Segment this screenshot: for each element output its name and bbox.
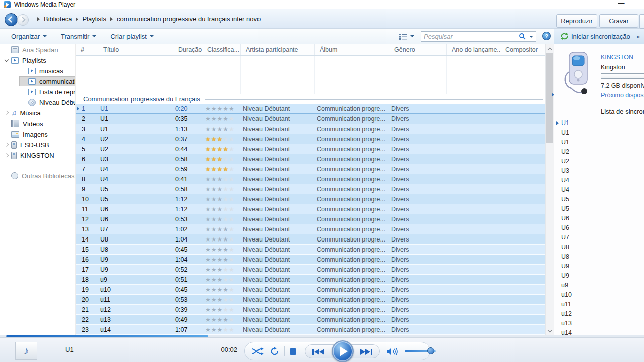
table-row[interactable]: 5U20:44★★★★★Niveau DébutantCommunication… [76,144,545,154]
sync-list-item[interactable]: U3 [554,166,644,176]
sync-list-item[interactable]: U9 [554,271,644,281]
column-header-t-tulo[interactable]: Título [98,44,173,55]
sync-list-item[interactable]: U6 [554,214,644,223]
tree-arrow-slot[interactable] [3,59,10,61]
vertical-scrollbar[interactable] [545,44,554,335]
tab-reproduzir[interactable]: Reproduzir [556,14,597,28]
menu-criar-playlist[interactable]: Criar playlist [103,30,161,42]
table-row[interactable]: 23u141:07★★★★★Niveau DébutantCommunicati… [76,325,545,335]
sync-list-item[interactable]: U2 [554,147,644,157]
device-name-link[interactable]: KINGSTON [601,54,633,61]
tree-arrow-slot[interactable] [3,111,10,114]
sync-list-item[interactable]: u11 [554,300,644,309]
sync-list-item[interactable]: u12 [554,309,644,319]
help-button[interactable]: ? [542,32,551,40]
table-row[interactable]: 2U10:35★★★★★Niveau DébutantCommunication… [76,114,545,124]
cell-rating[interactable]: ★★★★★ [202,174,241,184]
minimize-button[interactable]: — [613,0,629,8]
scrollbar-up-arrow[interactable] [546,44,554,53]
sidebar-item-imagens[interactable]: Imagens [0,129,75,139]
sync-list-item[interactable]: U1 [554,138,644,147]
sync-more-chevron[interactable]: » [636,33,640,40]
search-icon[interactable] [519,33,526,40]
cell-rating[interactable]: ★★★★★ [202,325,241,335]
column-header-classifica-[interactable]: Classifica... [202,44,241,55]
column-header-g-nero[interactable]: Gênero [389,44,447,55]
breadcrumb-item[interactable]: Biblioteca [44,15,72,23]
sidebar-item-playlists[interactable]: Playlists [0,55,75,65]
cell-rating[interactable]: ★★★★★ [202,224,241,234]
table-row[interactable]: 7U40:59★★★★★Niveau DébutantCommunication… [76,164,545,174]
volume-knob[interactable] [427,347,434,354]
cell-rating[interactable]: ★★★★★ [202,295,241,305]
table-row[interactable]: 12U60:53★★★★★Niveau DébutantCommunicatio… [76,214,545,224]
chevron-collapsed-icon[interactable] [5,143,9,147]
cell-rating[interactable]: ★★★★★ [202,164,241,174]
cell-rating[interactable]: ★★★★★ [202,285,241,295]
next-device-link[interactable]: Próximo disposit [601,92,644,99]
sidebar-item-outras-bibliotecas[interactable]: Outras Bibliotecas [0,171,75,181]
sidebar-item-lista-de-reprodu-[interactable]: Lista de reproduç [0,87,75,97]
sync-list-item[interactable]: U6 [554,223,644,233]
column-header-artista-participante[interactable]: Artista participante [241,44,315,55]
view-options-button[interactable] [399,31,414,41]
breadcrumb-item[interactable]: Playlists [82,15,106,23]
tree-arrow-slot[interactable] [3,143,10,146]
tree-arrow-slot[interactable] [3,154,10,157]
chevron-expanded-icon[interactable] [5,58,9,62]
cell-rating[interactable]: ★★★★★ [202,134,241,144]
menu-organizar[interactable]: Organizar [4,30,54,42]
table-row[interactable]: 4U20:37★★★★★Niveau DébutantCommunication… [76,134,545,144]
column-header-dura-o[interactable]: Duração [173,44,202,55]
sidebar-item-ana-spadari[interactable]: Ana Spadari [0,45,75,55]
forward-button[interactable] [17,14,29,26]
table-row[interactable]: 17U90:52★★★★★Niveau DébutantCommunicatio… [76,265,545,275]
sidebar-item-m-sica[interactable]: Música [0,108,75,118]
cell-rating[interactable]: ★★★★★ [202,124,241,134]
breadcrumb-item[interactable]: communication progressive du français in… [117,15,261,23]
cell-rating[interactable]: ★★★★★ [202,204,241,214]
cell-rating[interactable]: ★★★★★ [202,184,241,194]
table-row[interactable]: 21u120:39★★★★★Niveau DébutantCommunicati… [76,305,545,315]
table-row[interactable]: 19u100:45★★★★★Niveau DébutantCommunicati… [76,285,545,295]
sidebar-item-esd-usb[interactable]: ESD-USB [0,140,75,150]
sync-list-item[interactable]: U1 [554,128,644,138]
sync-list-item[interactable]: u14 [554,328,644,335]
column-header--[interactable]: # [76,44,98,55]
table-row[interactable]: 15U80:45★★★★★Niveau DébutantCommunicatio… [76,245,545,255]
cell-rating[interactable]: ★★★★★ [202,194,241,204]
tab-sync-sliver[interactable] [639,14,644,29]
table-row[interactable]: 8U40:41★★★★★Niveau DébutantCommunication… [76,174,545,184]
play-button[interactable] [332,340,354,362]
sync-list-item[interactable]: U4 [554,176,644,185]
cell-rating[interactable]: ★★★★★ [202,305,241,315]
scrollbar-down-arrow[interactable] [546,326,554,335]
sidebar-item-musicas[interactable]: musicas [0,66,75,76]
sync-list-item[interactable]: U4 [554,185,644,195]
sidebar-item-niveau-d-butant[interactable]: Niveau Débutant [0,97,75,107]
menu-transmitir[interactable]: Transmitir [54,30,103,42]
table-row[interactable]: 6U30:58★★★★★Niveau DébutantCommunication… [76,154,545,164]
search-options-caret-icon[interactable] [529,36,533,38]
table-row[interactable]: 1U10:20★★★★★Niveau DébutantCommunication… [76,104,545,114]
chevron-collapsed-icon[interactable] [5,153,9,157]
sync-list-item[interactable]: U1 [554,118,644,128]
sidebar-item-communication[interactable]: communication [0,76,75,86]
table-row[interactable]: 18u90:51★★★★★Niveau DébutantCommunicatio… [76,275,545,285]
cell-rating[interactable]: ★★★★★ [202,104,241,114]
table-row[interactable]: 10U51:12★★★★★Niveau DébutantCommunicatio… [76,194,545,204]
sync-list-item[interactable]: U8 [554,252,644,262]
sync-list-item[interactable]: u9 [554,281,644,290]
column-header--lbum[interactable]: Álbum [315,44,389,55]
back-button[interactable] [5,13,18,26]
table-row[interactable]: 11U61:12★★★★★Niveau DébutantCommunicatio… [76,204,545,214]
mute-button[interactable] [385,347,399,356]
repeat-button[interactable] [269,347,280,356]
cell-rating[interactable]: ★★★★★ [202,154,241,164]
cell-rating[interactable]: ★★★★★ [202,214,241,224]
sync-list-item[interactable]: U5 [554,204,644,214]
sync-list-item[interactable]: U5 [554,195,644,204]
cell-rating[interactable]: ★★★★★ [202,245,241,255]
table-row[interactable]: 3U11:13★★★★★Niveau DébutantCommunication… [76,124,545,134]
sync-list-item[interactable]: U2 [554,157,644,166]
